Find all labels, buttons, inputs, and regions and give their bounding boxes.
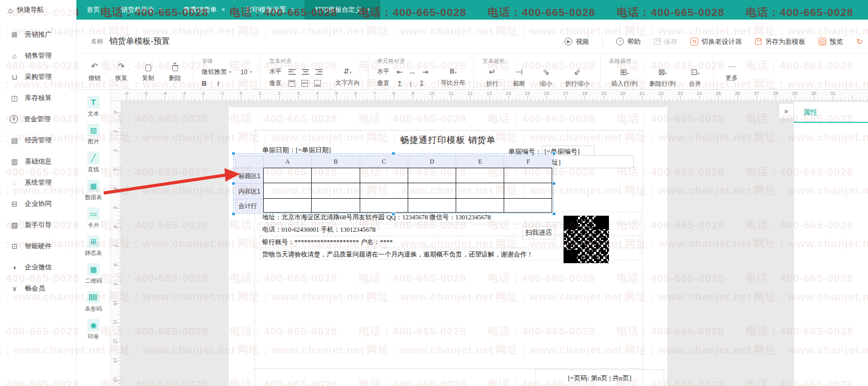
table-cell[interactable]: [360, 168, 408, 183]
preview-button[interactable]: ◎预览: [818, 37, 843, 46]
align-right-icon[interactable]: [315, 69, 323, 75]
copy-button[interactable]: 复制: [138, 63, 158, 83]
table-cell[interactable]: [456, 183, 504, 199]
redo-button[interactable]: ↷恢复: [111, 62, 131, 83]
bold-button[interactable]: B: [202, 79, 206, 88]
properties-tab[interactable]: 属性: [794, 102, 868, 117]
data-table[interactable]: A B C D E F 标题区1 内容区1 合计行: [235, 155, 552, 213]
tool-text[interactable]: T文本: [76, 96, 110, 124]
shrink-button[interactable]: ⇘缩小: [536, 68, 556, 88]
tool-image[interactable]: ▨图片: [76, 124, 110, 152]
collapse-panel-button[interactable]: »: [779, 103, 793, 119]
column-header[interactable]: E: [456, 155, 504, 168]
table-cell[interactable]: [263, 168, 311, 183]
qr-caption[interactable]: 扫我进店: [522, 226, 555, 239]
undo-button[interactable]: ↶撤销: [85, 62, 104, 83]
resize-handle-sw[interactable]: [232, 212, 235, 216]
template-page[interactable]: 畅捷通打印模板 销货单 单据日期： [=单据日期] 单据编号： [=单据编号] …: [229, 107, 667, 386]
sidebar-item-operations[interactable]: ▤经营管理: [0, 130, 76, 151]
table-cell[interactable]: [263, 199, 311, 213]
cell-align-right-icon[interactable]: ⇥: [422, 68, 428, 75]
date-field[interactable]: 单据日期： [=单据日期]: [262, 146, 331, 155]
help-button[interactable]: ?帮助: [616, 37, 640, 46]
distribute-evenly-button[interactable]: Ⅲ▾ 等比分布: [441, 68, 465, 87]
sidebar-item-member[interactable]: ∨畅会员: [0, 278, 76, 299]
tool-line[interactable]: ╱直线: [76, 152, 110, 180]
tool-static-table[interactable]: ⊞静态表: [76, 235, 110, 263]
quick-nav[interactable]: ⌂ 快捷导航: [0, 0, 76, 20]
table-cell[interactable]: [504, 199, 552, 213]
switch-old-designer-button[interactable]: ⇆切换老设计器: [690, 37, 742, 46]
table-cell[interactable]: [311, 199, 359, 213]
tool-barcode[interactable]: 条形码: [76, 291, 110, 319]
cell-valign-middle-icon[interactable]: ↕: [409, 80, 412, 87]
table-cell[interactable]: [360, 183, 408, 199]
sidebar-item-base-info[interactable]: ▥基础信息: [0, 151, 76, 172]
font-family-select[interactable]: 微软雅黑: [202, 68, 231, 76]
tab-sales-history[interactable]: 销货单历史: [110, 0, 173, 20]
align-center-icon[interactable]: [302, 69, 309, 75]
page-number-field[interactable]: [=页码: 第n页 | 共n页]: [535, 369, 664, 386]
resize-handle-se[interactable]: [552, 212, 556, 216]
valign-middle-icon[interactable]: [301, 80, 308, 87]
close-icon[interactable]: [221, 6, 225, 13]
font-size-select[interactable]: 10: [240, 69, 252, 76]
table-cell[interactable]: [360, 199, 408, 213]
more-button[interactable]: ···更多: [722, 62, 742, 83]
refresh-button[interactable]: ↻: [856, 37, 863, 46]
tool-card[interactable]: ▭卡片: [76, 207, 110, 235]
template-name[interactable]: 销货单模板-预置: [109, 36, 170, 47]
sidebar-item-purchase[interactable]: ⊔采购管理: [0, 66, 76, 87]
insert-row-col-button[interactable]: ⊞▾插入行/列: [609, 68, 640, 88]
table-corner-cell[interactable]: [235, 155, 263, 168]
italic-button[interactable]: I: [217, 79, 219, 88]
tab-view-sales-order[interactable]: 查看销货单: [173, 0, 235, 20]
resize-handle-e[interactable]: [552, 182, 556, 185]
column-header[interactable]: A: [263, 155, 311, 168]
qr-code[interactable]: [561, 214, 611, 265]
table-cell[interactable]: [408, 168, 456, 183]
table-cell[interactable]: [456, 168, 504, 183]
cell-align-center-icon[interactable]: ↔: [409, 68, 416, 75]
sidebar-item-funds[interactable]: ¥资金管理: [0, 108, 76, 130]
save-as-new-template-button[interactable]: 另存为新模板: [755, 37, 805, 46]
cell-align-left-icon[interactable]: ⇤: [396, 68, 403, 75]
video-button[interactable]: ▶视频: [565, 37, 589, 46]
resize-handle-s[interactable]: [392, 212, 395, 216]
tab-home[interactable]: 首页: [76, 0, 110, 20]
tool-data-table[interactable]: ▦数据表: [76, 180, 110, 207]
resize-handle-nw[interactable]: [232, 152, 235, 155]
delete-button[interactable]: 删除: [165, 63, 185, 83]
sidebar-item-system[interactable]: ◌系统管理: [0, 172, 76, 193]
sidebar-item-hardware[interactable]: ⊡智能硬件: [0, 235, 76, 256]
delete-row-col-button[interactable]: ⊠▾删除行/列: [647, 68, 678, 88]
sidebar-item-guide[interactable]: ▧新手引导: [0, 214, 76, 235]
close-icon[interactable]: [159, 6, 163, 13]
column-header[interactable]: B: [311, 155, 359, 168]
cell-valign-bottom-icon[interactable]: ↧: [419, 80, 425, 87]
column-header[interactable]: C: [360, 155, 408, 168]
table-cell[interactable]: [408, 199, 456, 213]
text-direction-button[interactable]: ⇵▾ 文字方向: [335, 68, 360, 87]
resize-handle-n[interactable]: [392, 152, 395, 155]
column-header[interactable]: F: [504, 155, 552, 168]
truncate-button[interactable]: ⊣截断: [509, 68, 529, 88]
cell-valign-top-icon[interactable]: ↥: [396, 80, 403, 87]
merge-cells-button[interactable]: ⊡▾合并: [685, 68, 705, 88]
tab-print-template-settings[interactable]: 打印模板设置: [235, 0, 304, 20]
resize-handle-ne[interactable]: [552, 152, 556, 155]
resize-handle-w[interactable]: [232, 182, 235, 185]
valign-bottom-icon[interactable]: [314, 80, 321, 87]
wrap-button[interactable]: ↵折行: [483, 68, 502, 88]
row-label-title-area[interactable]: 标题区1: [235, 168, 263, 183]
align-left-icon[interactable]: [288, 69, 296, 75]
column-header[interactable]: D: [408, 155, 456, 168]
tool-stamp[interactable]: ◉印章: [76, 319, 110, 347]
design-canvas[interactable]: -6-5-4-3-2-10123456789101112131415161718…: [111, 90, 868, 386]
wrap-shrink-button[interactable]: ⇙折行缩小: [563, 68, 592, 88]
save-button[interactable]: 保存: [654, 37, 677, 46]
table-cell[interactable]: [504, 183, 552, 199]
sidebar-item-wechat[interactable]: ◖企业微信: [0, 256, 76, 278]
sidebar-item-sales[interactable]: ⌂销售管理: [0, 45, 76, 66]
table-cell[interactable]: [408, 183, 456, 199]
